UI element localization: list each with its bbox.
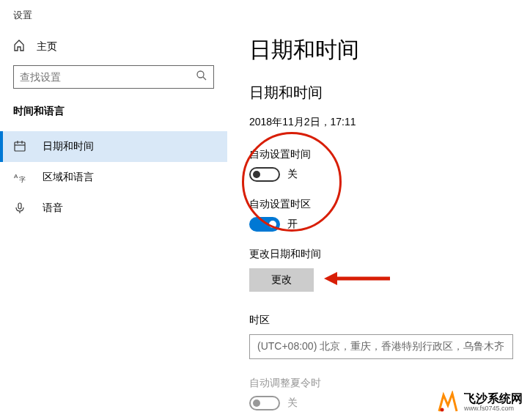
auto-tz-label: 自动设置时区 <box>249 198 530 211</box>
nav-label: 日期和时间 <box>43 140 94 153</box>
auto-time-state: 关 <box>287 168 298 181</box>
dst-toggle <box>249 396 280 410</box>
watermark-url: www.fs0745.com <box>464 405 523 413</box>
svg-line-1 <box>203 77 206 80</box>
watermark-logo-icon <box>436 391 460 414</box>
calendar-icon <box>13 141 26 152</box>
home-icon <box>13 40 25 54</box>
nav-label: 语音 <box>43 202 63 215</box>
svg-text:A: A <box>14 173 18 180</box>
sidebar-item-datetime[interactable]: 日期和时间 <box>0 131 227 162</box>
microphone-icon <box>13 202 26 214</box>
sidebar-item-region[interactable]: A字 区域和语言 <box>0 162 227 193</box>
timezone-select[interactable]: (UTC+08:00) 北京，重庆，香港特别行政区，乌鲁木齐 <box>249 334 513 359</box>
search-icon <box>196 70 207 84</box>
search-input[interactable] <box>13 65 214 89</box>
svg-rect-8 <box>18 203 21 209</box>
change-datetime-label: 更改日期和时间 <box>249 248 530 261</box>
auto-time-label: 自动设置时间 <box>249 148 530 161</box>
region-icon: A字 <box>13 172 26 183</box>
sidebar: 主页 时间和语言 日期和时间 A字 区域和语言 <box>0 28 227 419</box>
watermark: 飞沙系统网 www.fs0745.com <box>436 391 523 414</box>
change-button[interactable]: 更改 <box>249 268 314 292</box>
timezone-value: (UTC+08:00) 北京，重庆，香港特别行政区，乌鲁木齐 <box>257 340 504 353</box>
window-title: 设置 <box>0 0 530 28</box>
home-label: 主页 <box>37 40 57 54</box>
main-content: 日期和时间 日期和时间 2018年11月2日，17:11 自动设置时间 关 自动… <box>227 28 530 419</box>
dst-label: 自动调整夏令时 <box>249 377 530 390</box>
auto-tz-toggle[interactable] <box>249 217 280 232</box>
dst-state: 关 <box>287 397 298 410</box>
page-heading: 日期和时间 <box>249 35 530 65</box>
svg-rect-2 <box>15 142 25 151</box>
svg-point-12 <box>441 408 444 412</box>
section-heading: 日期和时间 <box>249 83 530 103</box>
auto-tz-state: 开 <box>287 218 298 231</box>
timezone-label: 时区 <box>249 314 530 327</box>
sidebar-item-speech[interactable]: 语音 <box>0 193 227 224</box>
search-field[interactable] <box>20 71 196 83</box>
svg-point-0 <box>197 71 204 78</box>
home-link[interactable]: 主页 <box>13 35 214 65</box>
watermark-title: 飞沙系统网 <box>464 392 523 405</box>
auto-time-toggle[interactable] <box>249 167 280 182</box>
current-datetime: 2018年11月2日，17:11 <box>249 116 530 129</box>
nav-label: 区域和语言 <box>43 171 94 184</box>
svg-text:字: 字 <box>19 176 26 183</box>
section-title: 时间和语言 <box>13 105 214 118</box>
